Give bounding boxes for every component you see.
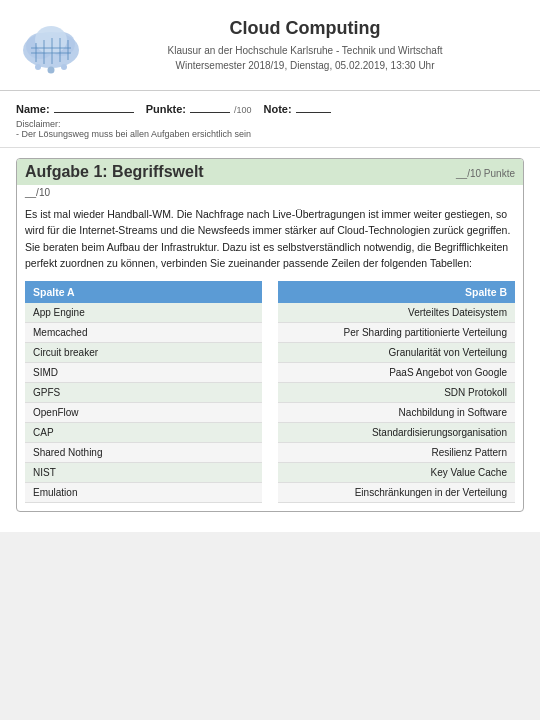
task1-block: Aufgabe 1: Begriffswelt __/10 Punkte __/… [16,158,524,512]
punkte-field-group: Punkte: /100 [146,99,252,115]
logo [16,10,86,80]
task1-score-right: __/10 Punkte [456,168,515,179]
task1-score-left: __/10 [25,187,50,198]
table-row: NIST [25,463,262,483]
task1-title: Aufgabe 1: Begriffswelt [25,163,204,181]
table-row: Nachbildung in Software [278,403,515,423]
header: Cloud Computing Klausur an der Hochschul… [0,0,540,91]
header-subtitle: Klausur an der Hochschule Karlsruhe - Te… [96,43,514,73]
punkte-input-line[interactable] [190,99,230,113]
note-field-group: Note: [264,99,331,115]
name-row: Name: Punkte: /100 Note: Disclaimer: - D… [0,91,540,148]
cell-b-4: SDN Protokoll [278,383,515,403]
table-row: Shared Nothing [25,443,262,463]
cell-b-6: Standardisierungsorganisation [278,423,515,443]
svg-point-12 [48,67,55,74]
cell-b-8: Key Value Cache [278,463,515,483]
col-b-header: Spalte B [278,281,515,303]
table-row: Standardisierungsorganisation [278,423,515,443]
table-row: Resilienz Pattern [278,443,515,463]
task1-description: Es ist mal wieder Handball-WM. Die Nachf… [25,206,515,271]
table-row: Granularität von Verteilung [278,343,515,363]
name-label: Name: [16,103,50,115]
table-row: GPFS [25,383,262,403]
svg-point-13 [61,64,67,70]
disclaimer: Disclaimer: - Der Lösungsweg muss bei al… [16,119,524,143]
cell-a-6: CAP [25,423,262,443]
task1-header: Aufgabe 1: Begriffswelt __/10 Punkte [17,159,523,185]
table-row: App Engine [25,303,262,323]
cell-b-5: Nachbildung in Software [278,403,515,423]
task1-body: Es ist mal wieder Handball-WM. Die Nachf… [17,198,523,511]
table-row: Verteiltes Dateisystem [278,303,515,323]
cell-a-8: NIST [25,463,262,483]
cell-b-3: PaaS Angebot von Google [278,363,515,383]
cell-a-1: Memcached [25,323,262,343]
cell-b-7: Resilienz Pattern [278,443,515,463]
table-col-a: Spalte A App EngineMemcachedCircuit brea… [25,281,262,503]
table-row: SIMD [25,363,262,383]
table-row: Memcached [25,323,262,343]
cell-a-0: App Engine [25,303,262,323]
cell-a-7: Shared Nothing [25,443,262,463]
cell-a-4: GPFS [25,383,262,403]
cell-b-9: Einschränkungen in der Verteilung [278,483,515,503]
col-a-header: Spalte A [25,281,262,303]
cell-a-5: OpenFlow [25,403,262,423]
cell-b-2: Granularität von Verteilung [278,343,515,363]
cell-b-0: Verteiltes Dateisystem [278,303,515,323]
cell-a-9: Emulation [25,483,262,503]
note-label: Note: [264,103,292,115]
table-row: CAP [25,423,262,443]
matching-table: Spalte A App EngineMemcachedCircuit brea… [25,281,515,503]
table-row: Einschränkungen in der Verteilung [278,483,515,503]
note-input-line[interactable] [296,99,331,113]
cell-b-1: Per Sharding partitionierte Verteilung [278,323,515,343]
main-content: Aufgabe 1: Begriffswelt __/10 Punkte __/… [0,148,540,532]
header-text-block: Cloud Computing Klausur an der Hochschul… [86,14,524,77]
table-row: Per Sharding partitionierte Verteilung [278,323,515,343]
name-input-line[interactable] [54,99,134,113]
table-row: OpenFlow [25,403,262,423]
name-field-group: Name: [16,99,134,115]
punkte-label: Punkte: [146,103,186,115]
cell-a-3: SIMD [25,363,262,383]
table-row: SDN Protokoll [278,383,515,403]
header-title: Cloud Computing [96,18,514,39]
punkte-denom: /100 [234,105,252,115]
svg-point-11 [35,64,41,70]
svg-point-3 [35,26,67,54]
table-row: Key Value Cache [278,463,515,483]
table-row: Circuit breaker [25,343,262,363]
name-fields: Name: Punkte: /100 Note: [16,99,524,115]
table-row: PaaS Angebot von Google [278,363,515,383]
table-row: Emulation [25,483,262,503]
table-col-b: Spalte B Verteiltes DateisystemPer Shard… [278,281,515,503]
task1-score-left-row: __/10 [17,185,523,198]
cell-a-2: Circuit breaker [25,343,262,363]
